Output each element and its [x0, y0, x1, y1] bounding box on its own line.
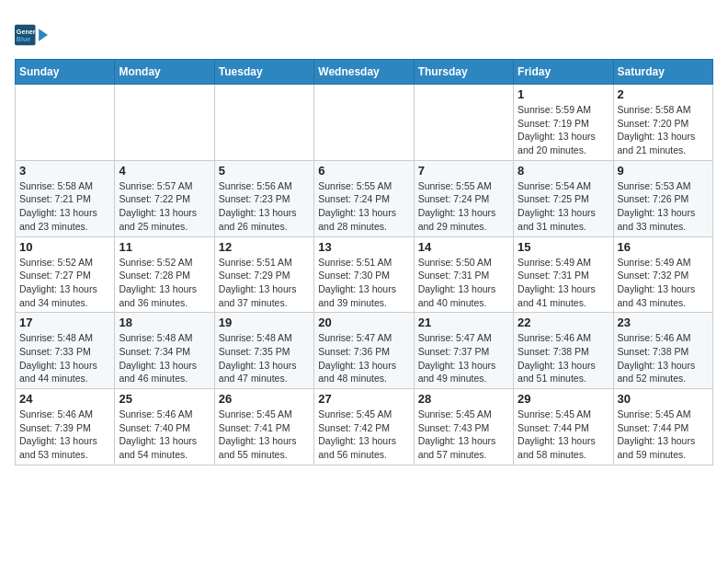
day-info: Sunrise: 5:45 AM Sunset: 7:42 PM Dayligh… — [318, 408, 409, 462]
calendar-week-row: 10Sunrise: 5:52 AM Sunset: 7:27 PM Dayli… — [16, 236, 713, 313]
day-info: Sunrise: 5:51 AM Sunset: 7:30 PM Dayligh… — [318, 256, 409, 310]
day-number: 14 — [418, 240, 509, 254]
day-number: 18 — [119, 316, 210, 329]
day-number: 2 — [618, 87, 709, 101]
calendar-cell: 3Sunrise: 5:58 AM Sunset: 7:21 PM Daylig… — [16, 160, 115, 236]
header: General Blue — [15, 15, 713, 52]
day-number: 4 — [119, 164, 210, 178]
day-info: Sunrise: 5:45 AM Sunset: 7:44 PM Dayligh… — [518, 408, 609, 462]
calendar-cell: 24Sunrise: 5:46 AM Sunset: 7:39 PM Dayli… — [16, 389, 115, 465]
day-info: Sunrise: 5:49 AM Sunset: 7:31 PM Dayligh… — [518, 256, 609, 310]
calendar-cell: 15Sunrise: 5:49 AM Sunset: 7:31 PM Dayli… — [514, 236, 613, 313]
calendar-cell: 9Sunrise: 5:53 AM Sunset: 7:26 PM Daylig… — [613, 160, 712, 236]
calendar-cell: 27Sunrise: 5:45 AM Sunset: 7:42 PM Dayli… — [314, 389, 414, 465]
calendar-cell: 7Sunrise: 5:55 AM Sunset: 7:24 PM Daylig… — [414, 160, 513, 236]
day-info: Sunrise: 5:49 AM Sunset: 7:32 PM Dayligh… — [618, 256, 709, 310]
day-number: 23 — [618, 316, 709, 329]
calendar-cell: 1Sunrise: 5:59 AM Sunset: 7:19 PM Daylig… — [514, 85, 613, 161]
calendar-cell — [414, 85, 513, 161]
weekday-header-thursday: Thursday — [414, 60, 513, 85]
calendar-week-row: 24Sunrise: 5:46 AM Sunset: 7:39 PM Dayli… — [16, 389, 713, 465]
calendar-body: 1Sunrise: 5:59 AM Sunset: 7:19 PM Daylig… — [16, 85, 713, 465]
svg-marker-3 — [39, 29, 48, 41]
day-info: Sunrise: 5:57 AM Sunset: 7:22 PM Dayligh… — [119, 179, 210, 234]
day-number: 7 — [418, 164, 509, 178]
calendar-cell: 25Sunrise: 5:46 AM Sunset: 7:40 PM Dayli… — [115, 389, 214, 465]
day-info: Sunrise: 5:52 AM Sunset: 7:27 PM Dayligh… — [19, 256, 110, 310]
calendar-cell: 17Sunrise: 5:48 AM Sunset: 7:33 PM Dayli… — [16, 313, 115, 389]
weekday-header-tuesday: Tuesday — [214, 60, 313, 85]
calendar-cell: 11Sunrise: 5:52 AM Sunset: 7:28 PM Dayli… — [115, 236, 214, 313]
calendar-cell — [214, 85, 313, 161]
calendar-cell: 2Sunrise: 5:58 AM Sunset: 7:20 PM Daylig… — [613, 85, 712, 161]
day-number: 24 — [19, 392, 110, 406]
day-number: 20 — [318, 316, 409, 329]
day-info: Sunrise: 5:55 AM Sunset: 7:24 PM Dayligh… — [318, 179, 409, 234]
day-info: Sunrise: 5:54 AM Sunset: 7:25 PM Dayligh… — [518, 179, 609, 234]
calendar-cell: 12Sunrise: 5:51 AM Sunset: 7:29 PM Dayli… — [214, 236, 313, 313]
day-info: Sunrise: 5:47 AM Sunset: 7:37 PM Dayligh… — [418, 331, 509, 385]
day-number: 15 — [518, 240, 609, 254]
weekday-header-sunday: Sunday — [16, 60, 115, 85]
day-info: Sunrise: 5:50 AM Sunset: 7:31 PM Dayligh… — [418, 256, 509, 310]
calendar-cell: 19Sunrise: 5:48 AM Sunset: 7:35 PM Dayli… — [214, 313, 313, 389]
calendar-cell: 30Sunrise: 5:45 AM Sunset: 7:44 PM Dayli… — [613, 389, 712, 465]
weekday-header-friday: Friday — [514, 60, 613, 85]
day-number: 11 — [119, 240, 210, 254]
day-number: 1 — [518, 87, 609, 101]
weekday-header-saturday: Saturday — [613, 60, 712, 85]
calendar-week-row: 1Sunrise: 5:59 AM Sunset: 7:19 PM Daylig… — [16, 85, 713, 161]
day-info: Sunrise: 5:47 AM Sunset: 7:36 PM Dayligh… — [318, 331, 409, 385]
day-number: 22 — [518, 316, 609, 329]
calendar: SundayMondayTuesdayWednesdayThursdayFrid… — [15, 59, 713, 465]
logo: General Blue — [15, 18, 48, 52]
day-number: 9 — [618, 164, 709, 178]
calendar-week-row: 3Sunrise: 5:58 AM Sunset: 7:21 PM Daylig… — [16, 160, 713, 236]
logo-svg: General Blue — [15, 18, 48, 52]
day-info: Sunrise: 5:55 AM Sunset: 7:24 PM Dayligh… — [418, 179, 509, 234]
calendar-cell: 4Sunrise: 5:57 AM Sunset: 7:22 PM Daylig… — [115, 160, 214, 236]
day-number: 28 — [418, 392, 509, 406]
calendar-cell: 26Sunrise: 5:45 AM Sunset: 7:41 PM Dayli… — [214, 389, 313, 465]
day-info: Sunrise: 5:52 AM Sunset: 7:28 PM Dayligh… — [119, 256, 210, 310]
day-number: 21 — [418, 316, 509, 329]
day-info: Sunrise: 5:46 AM Sunset: 7:39 PM Dayligh… — [19, 408, 110, 462]
calendar-cell: 20Sunrise: 5:47 AM Sunset: 7:36 PM Dayli… — [314, 313, 414, 389]
day-info: Sunrise: 5:46 AM Sunset: 7:40 PM Dayligh… — [119, 408, 210, 462]
day-number: 19 — [219, 316, 310, 329]
calendar-cell: 13Sunrise: 5:51 AM Sunset: 7:30 PM Dayli… — [314, 236, 414, 313]
calendar-cell: 5Sunrise: 5:56 AM Sunset: 7:23 PM Daylig… — [214, 160, 313, 236]
day-number: 13 — [318, 240, 409, 254]
day-info: Sunrise: 5:58 AM Sunset: 7:20 PM Dayligh… — [618, 103, 709, 157]
calendar-cell: 21Sunrise: 5:47 AM Sunset: 7:37 PM Dayli… — [414, 313, 513, 389]
day-info: Sunrise: 5:59 AM Sunset: 7:19 PM Dayligh… — [518, 103, 609, 157]
day-info: Sunrise: 5:46 AM Sunset: 7:38 PM Dayligh… — [618, 331, 709, 385]
day-number: 6 — [318, 164, 409, 178]
day-number: 17 — [19, 316, 110, 329]
svg-text:General: General — [17, 28, 41, 36]
day-number: 8 — [518, 164, 609, 178]
day-info: Sunrise: 5:48 AM Sunset: 7:35 PM Dayligh… — [219, 331, 310, 385]
day-number: 27 — [318, 392, 409, 406]
day-number: 25 — [119, 392, 210, 406]
day-number: 5 — [219, 164, 310, 178]
calendar-cell: 23Sunrise: 5:46 AM Sunset: 7:38 PM Dayli… — [613, 313, 712, 389]
day-info: Sunrise: 5:51 AM Sunset: 7:29 PM Dayligh… — [219, 256, 310, 310]
calendar-cell: 28Sunrise: 5:45 AM Sunset: 7:43 PM Dayli… — [414, 389, 513, 465]
day-number: 30 — [618, 392, 709, 406]
day-info: Sunrise: 5:56 AM Sunset: 7:23 PM Dayligh… — [219, 179, 310, 234]
calendar-cell: 8Sunrise: 5:54 AM Sunset: 7:25 PM Daylig… — [514, 160, 613, 236]
day-info: Sunrise: 5:53 AM Sunset: 7:26 PM Dayligh… — [618, 179, 709, 234]
calendar-cell: 18Sunrise: 5:48 AM Sunset: 7:34 PM Dayli… — [115, 313, 214, 389]
day-number: 16 — [618, 240, 709, 254]
calendar-cell: 22Sunrise: 5:46 AM Sunset: 7:38 PM Dayli… — [514, 313, 613, 389]
svg-text:Blue: Blue — [17, 35, 31, 43]
weekday-header-monday: Monday — [115, 60, 214, 85]
calendar-header: SundayMondayTuesdayWednesdayThursdayFrid… — [16, 60, 713, 85]
calendar-cell: 29Sunrise: 5:45 AM Sunset: 7:44 PM Dayli… — [514, 389, 613, 465]
day-number: 29 — [518, 392, 609, 406]
day-info: Sunrise: 5:45 AM Sunset: 7:44 PM Dayligh… — [618, 408, 709, 462]
calendar-cell — [16, 85, 115, 161]
calendar-cell — [314, 85, 414, 161]
day-info: Sunrise: 5:58 AM Sunset: 7:21 PM Dayligh… — [19, 179, 110, 234]
